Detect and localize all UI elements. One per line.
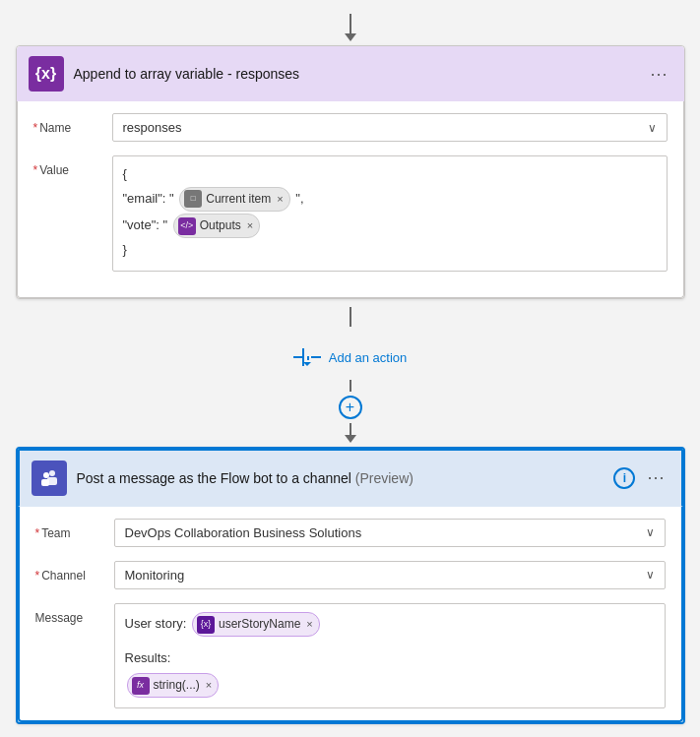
token-outputs-label: Outputs (200, 216, 241, 235)
field-label-value: *Value (33, 155, 112, 177)
card1-header: {x} Append to array variable - responses… (17, 46, 684, 101)
svg-point-7 (43, 472, 49, 478)
required-star-name: * (33, 121, 38, 135)
svg-marker-4 (303, 362, 311, 366)
channel-select[interactable]: Monitoring ∨ (114, 561, 666, 589)
token-string-close[interactable]: × (206, 677, 212, 695)
card2-icon (32, 461, 67, 496)
card1-menu: ··· (646, 64, 671, 85)
token-current-item-close[interactable]: × (277, 191, 283, 209)
message-line1: User story: {x} userStoryName × (125, 612, 655, 637)
svg-rect-3 (307, 356, 309, 360)
field-row-channel: *Channel Monitoring ∨ (35, 561, 666, 589)
top-arrow (345, 14, 356, 41)
value-line1: { (123, 164, 657, 185)
field-row-name: *Name responses ∨ (33, 113, 668, 142)
token-current-item[interactable]: □ Current item × (179, 187, 289, 212)
connector-above-add (350, 307, 351, 327)
svg-rect-8 (41, 479, 49, 486)
arrow-head-2 (345, 435, 356, 443)
field-row-value: *Value { "email": " □ Current item × ", (33, 155, 668, 272)
field-row-message: Message User story: {x} userStoryName × (35, 603, 666, 708)
line-above-add (350, 307, 351, 327)
token-outputs[interactable]: </> Outputs × (173, 214, 260, 238)
teams-icon (38, 467, 60, 489)
variable-icon-label: {x} (35, 65, 56, 83)
value-line3: "vote": " </> Outputs × (123, 214, 657, 238)
message-line2: Results: (125, 648, 655, 669)
current-item-icon: □ (184, 190, 202, 208)
field-label-channel: *Channel (35, 561, 114, 583)
userstory-icon: {x} (197, 616, 215, 634)
connector-plus: + (339, 380, 362, 443)
arrow-head (345, 33, 356, 41)
svg-rect-2 (302, 348, 304, 366)
card1-title: Append to array variable - responses (74, 66, 647, 82)
channel-chevron: ∨ (646, 568, 655, 582)
card2-body: *Team DevOps Collaboration Business Solu… (18, 506, 683, 722)
string-fx-icon: fx (132, 677, 150, 695)
team-value: DevOps Collaboration Business Solutions (125, 525, 362, 540)
message-line3: fx string(...) × (125, 673, 655, 698)
field-input-channel: Monitoring ∨ (114, 561, 666, 589)
token-userstory-close[interactable]: × (306, 616, 312, 634)
field-input-name: responses ∨ (112, 113, 668, 142)
card2-title: Post a message as the Flow bot to a chan… (77, 470, 614, 486)
card-append-array: {x} Append to array variable - responses… (16, 45, 685, 299)
value-line4: } (123, 240, 657, 261)
value-line2: "email": " □ Current item × ", (123, 187, 657, 212)
card-post-message: Post a message as the Flow bot to a chan… (16, 447, 685, 724)
card1-dots-button[interactable]: ··· (646, 64, 671, 85)
message-textarea[interactable]: User story: {x} userStoryName × Results: (114, 603, 666, 708)
svg-rect-0 (293, 356, 303, 358)
value-textarea[interactable]: { "email": " □ Current item × ", "vote": (112, 155, 668, 272)
add-action-icon (293, 348, 321, 368)
plus-circle-button[interactable]: + (339, 396, 362, 419)
field-label-message: Message (35, 603, 114, 625)
field-label-team: *Team (35, 519, 114, 540)
card2-menu: i ··· (613, 467, 668, 489)
svg-rect-1 (311, 356, 321, 358)
line-below-plus (350, 423, 351, 435)
svg-point-5 (49, 470, 55, 476)
add-action-container[interactable]: Add an action (293, 348, 408, 368)
required-star-team: * (35, 526, 40, 540)
required-star-value: * (33, 163, 38, 177)
card1-body: *Name responses ∨ *Value { (17, 101, 684, 298)
required-star-channel: * (35, 569, 40, 583)
card2-dots-button[interactable]: ··· (643, 467, 668, 488)
name-value: responses (123, 120, 182, 135)
add-action-label: Add an action (329, 350, 408, 365)
token-userstoryname[interactable]: {x} userStoryName × (192, 612, 320, 637)
field-input-team: DevOps Collaboration Business Solutions … (114, 519, 666, 547)
field-input-message: User story: {x} userStoryName × Results: (114, 603, 666, 708)
token-string-label: string(...) (154, 676, 200, 695)
card2-info-button[interactable]: i (613, 467, 635, 489)
arrow-line (350, 14, 351, 33)
field-input-value: { "email": " □ Current item × ", "vote": (112, 155, 668, 272)
channel-value: Monitoring (125, 568, 185, 583)
field-label-name: *Name (33, 113, 112, 135)
team-chevron: ∨ (646, 525, 655, 539)
name-select[interactable]: responses ∨ (112, 113, 668, 142)
card1-icon: {x} (29, 56, 64, 92)
token-outputs-close[interactable]: × (247, 217, 253, 235)
field-row-team: *Team DevOps Collaboration Business Solu… (35, 519, 666, 547)
team-select[interactable]: DevOps Collaboration Business Solutions … (114, 519, 666, 547)
line-above-plus (350, 380, 351, 392)
outputs-icon: </> (178, 217, 196, 235)
token-userstory-label: userStoryName (219, 615, 300, 634)
token-current-item-label: Current item (206, 190, 271, 209)
card2-header: Post a message as the Flow bot to a chan… (18, 449, 683, 506)
token-string[interactable]: fx string(...) × (127, 673, 220, 698)
name-chevron: ∨ (648, 121, 657, 135)
